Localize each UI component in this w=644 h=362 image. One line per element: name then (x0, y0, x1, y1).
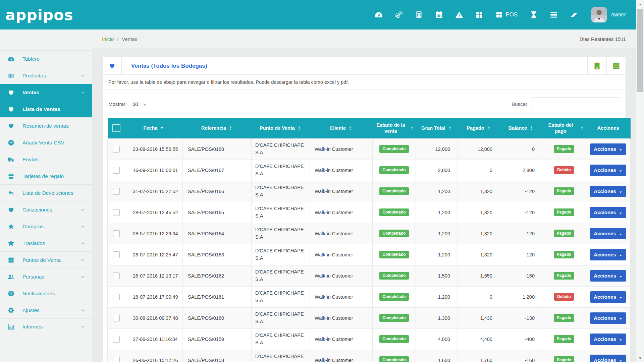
sidebar-item-anadir-venta-csv[interactable]: Añadir Venta CSV (0, 134, 92, 151)
search-input[interactable] (532, 98, 620, 110)
actions-button-label: Acciones (594, 167, 616, 173)
sale-status-cell: Completado (373, 181, 416, 202)
sidebar-item-ventas[interactable]: Ventas (0, 84, 92, 101)
chevron-down-icon (80, 224, 85, 229)
warning-icon[interactable] (455, 11, 463, 19)
column-header-balance[interactable]: Balance (500, 118, 542, 138)
column-header-punto-de-venta[interactable]: Punto de Venta (252, 118, 310, 138)
column-header-cliente[interactable]: Cliente (310, 118, 373, 138)
row-checkbox[interactable] (113, 294, 120, 300)
paid-amount: 0 (458, 286, 500, 307)
sale-status-cell: Completado (373, 223, 416, 244)
actions-button[interactable]: Acciones (590, 312, 626, 324)
list-icon[interactable] (550, 11, 558, 19)
sidebar-item-envios[interactable]: Envíos (0, 151, 92, 168)
pos-nav-button[interactable]: POS (495, 11, 518, 18)
actions-cell: Acciones (586, 181, 631, 202)
page-scrollbar[interactable]: ▲ ▼ (636, 0, 644, 362)
hourglass-icon[interactable] (530, 11, 538, 19)
column-header-estado-de-la-venta[interactable]: Estado de la venta (373, 118, 416, 138)
eraser-icon[interactable] (570, 11, 578, 19)
row-select-cell (108, 328, 125, 350)
actions-button[interactable]: Acciones (590, 228, 626, 239)
app-logo[interactable]: appipos (5, 6, 73, 23)
point-of-sale: D'CAFE CHIPICHAPE S.A (252, 307, 310, 328)
balance-amount: 0 (500, 138, 542, 160)
sidebar-item-tablero[interactable]: Tablero (0, 50, 92, 67)
dashboard-icon[interactable] (375, 11, 383, 19)
row-checkbox[interactable] (113, 209, 120, 216)
grid-icon[interactable] (475, 11, 483, 19)
sidebar-item-lista-de-devoluciones[interactable]: Lista de Devoluciones (0, 184, 92, 201)
breadcrumb-home-link[interactable]: Inicio (102, 36, 114, 42)
cogs-icon[interactable] (395, 11, 403, 19)
actions-button[interactable]: Acciones (590, 165, 626, 176)
column-header-pagado[interactable]: Pagado (458, 118, 500, 138)
calendar-icon[interactable] (435, 11, 443, 19)
sale-status-cell: Completado (373, 138, 416, 160)
sidebar-item-ajustes[interactable]: Ajustes (0, 302, 92, 318)
actions-button[interactable]: Acciones (590, 143, 626, 155)
actions-button[interactable]: Acciones (590, 355, 626, 362)
caret-down-icon (619, 210, 623, 214)
sidebar-item-informes[interactable]: Informes (0, 318, 92, 335)
scrollbar-thumb[interactable] (637, 9, 643, 92)
sidebar-item-tarjetas-de-regalo[interactable]: Tarjetas de regalo (0, 168, 92, 184)
table-body: 23-09-2016 15:56:55SALE/POS/0168D'CAFE C… (108, 138, 631, 362)
column-header-referencia[interactable]: Referencia (183, 118, 252, 138)
calculator-icon[interactable] (415, 11, 423, 19)
sale-date: 16-09-2016 10:00:01 (125, 160, 183, 181)
warehouse-view-button[interactable] (587, 57, 606, 74)
info-circle-icon (7, 290, 15, 297)
row-checkbox[interactable] (113, 251, 120, 258)
column-header-gran-total[interactable]: Gran Total (416, 118, 458, 138)
select-all-checkbox[interactable] (112, 124, 120, 132)
user-menu[interactable]: owner (591, 7, 626, 22)
row-checkbox[interactable] (113, 188, 120, 195)
sale-reference: SALE/POS/0161 (183, 286, 252, 307)
row-checkbox[interactable] (113, 167, 120, 174)
sale-status-cell: Completado (373, 286, 416, 307)
row-checkbox[interactable] (113, 357, 120, 362)
row-checkbox[interactable] (113, 336, 120, 343)
sidebar-item-resumen-de-ventas[interactable]: Resumen de ventas (0, 117, 92, 134)
payment-status-cell: Pagado (542, 244, 586, 265)
sidebar-item-cotizaciones[interactable]: Cotizaciones (0, 201, 92, 218)
column-header-estado-del-pago[interactable]: Estado del pago (542, 118, 586, 138)
sidebar-item-compras[interactable]: Compras (0, 218, 92, 235)
payment-status-cell: Pagado (542, 223, 586, 244)
sidebar-item-personas[interactable]: Personas (0, 268, 92, 285)
row-checkbox[interactable] (113, 230, 120, 237)
caret-down-icon (619, 232, 623, 235)
actions-button[interactable]: Acciones (590, 207, 626, 218)
table-row: 28-07-2016 12:29:34SALE/POS/0164D'CAFE C… (108, 223, 631, 244)
payment-status-cell: Pagado (542, 350, 586, 362)
customer-name: Walk-in Customer (310, 328, 373, 350)
scroll-up-arrow[interactable]: ▲ (636, 0, 644, 8)
actions-button[interactable]: Acciones (590, 334, 626, 345)
sale-date: 28-07-2016 12:25:47 (125, 244, 183, 265)
column-header-fecha[interactable]: Fecha (125, 118, 183, 138)
heart-icon (7, 89, 15, 96)
sidebar-item-lista-de-ventas[interactable]: Lista de Ventas (0, 101, 92, 117)
actions-button[interactable]: Acciones (590, 249, 626, 260)
sidebar-item-notificaciones[interactable]: Notificaciones (0, 285, 92, 302)
sidebar-item-productos[interactable]: Productos (0, 67, 92, 84)
sidebar-item-traslados[interactable]: Traslados (0, 235, 92, 251)
row-checkbox[interactable] (113, 146, 120, 153)
scroll-down-arrow[interactable]: ▼ (636, 354, 644, 362)
payment-status-badge: Pagado (554, 335, 574, 343)
actions-button[interactable]: Acciones (590, 291, 626, 303)
row-checkbox[interactable] (113, 273, 120, 279)
breadcrumb: Inicio / Ventas Dias Restantes 1511 (92, 29, 636, 48)
sale-status-badge: Completado (379, 356, 409, 362)
row-checkbox[interactable] (113, 315, 120, 321)
bar-chart-icon (7, 323, 15, 330)
sidebar-item-puntos-de-venta[interactable]: Puntos de Venta (0, 251, 92, 268)
actions-button[interactable]: Acciones (590, 270, 626, 282)
page-size-select[interactable]: 50 (129, 98, 150, 110)
actions-button[interactable]: Acciones (590, 186, 626, 197)
list-view-button[interactable] (606, 57, 626, 74)
payment-status-badge: Pagado (554, 145, 574, 153)
sale-status-badge: Completado (379, 187, 409, 195)
